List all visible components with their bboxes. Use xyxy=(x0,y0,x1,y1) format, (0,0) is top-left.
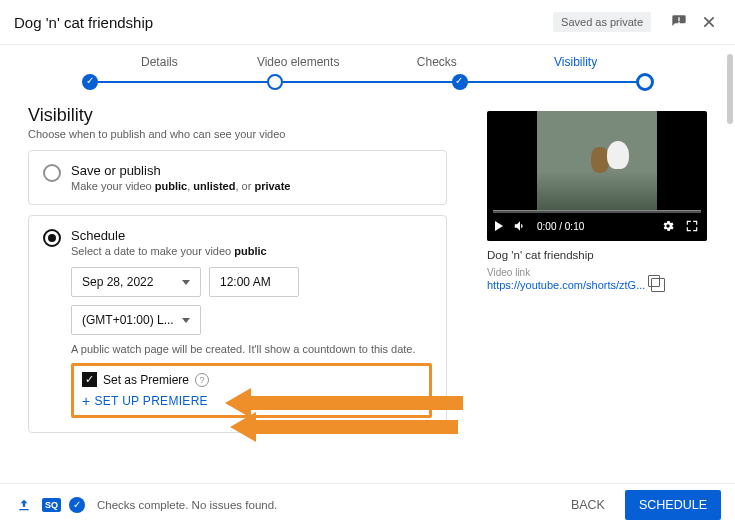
feedback-icon[interactable] xyxy=(667,10,691,34)
dialog-footer: SQ ✓ Checks complete. No issues found. B… xyxy=(0,483,735,525)
footer-status: Checks complete. No issues found. xyxy=(97,499,551,511)
close-icon[interactable] xyxy=(697,10,721,34)
premiere-highlight-box: Set as Premiere ? + SET UP PREMIERE xyxy=(71,363,432,418)
schedule-note: A public watch page will be created. It'… xyxy=(71,343,432,355)
section-sub: Choose when to publish and who can see y… xyxy=(28,128,447,140)
plus-icon: + xyxy=(82,393,90,409)
stepper-labels: Details Video elements Checks Visibility xyxy=(0,45,735,69)
copy-icon[interactable] xyxy=(651,278,665,292)
step-visibility[interactable]: Visibility xyxy=(506,55,645,69)
save-status-chip: Saved as private xyxy=(553,12,651,32)
dialog-title: Dog 'n' cat friendship xyxy=(14,14,553,31)
scrollbar[interactable] xyxy=(727,54,733,124)
step-checks[interactable]: Checks xyxy=(368,55,507,69)
play-icon[interactable] xyxy=(495,221,503,231)
video-link-label: Video link xyxy=(487,267,707,278)
schedule-time-field[interactable]: 12:00 AM xyxy=(209,267,299,297)
radio-schedule[interactable] xyxy=(43,229,61,247)
quality-badge: SQ xyxy=(42,498,61,512)
stepper-track xyxy=(90,71,645,99)
upload-icon[interactable] xyxy=(14,495,34,515)
save-or-publish-card[interactable]: Save or publish Make your video public, … xyxy=(28,150,447,205)
schedule-timezone-field[interactable]: (GMT+01:00) L... xyxy=(71,305,201,335)
step-dot-visibility xyxy=(636,73,654,91)
step-dot-details xyxy=(82,74,98,90)
step-dot-video-elements xyxy=(267,74,283,90)
help-icon[interactable]: ? xyxy=(195,373,209,387)
premiere-label: Set as Premiere xyxy=(103,373,189,387)
back-button[interactable]: BACK xyxy=(559,490,617,520)
fullscreen-icon[interactable] xyxy=(685,219,699,233)
dialog-header: Dog 'n' cat friendship Saved as private xyxy=(0,0,735,45)
video-time: 0:00 / 0:10 xyxy=(537,221,584,232)
save-publish-title: Save or publish xyxy=(71,163,290,178)
setup-premiere-button[interactable]: + SET UP PREMIERE xyxy=(82,393,421,409)
step-video-elements[interactable]: Video elements xyxy=(229,55,368,69)
schedule-sub: Select a date to make your video public xyxy=(71,245,267,257)
chevron-down-icon xyxy=(182,280,190,285)
schedule-date-field[interactable]: Sep 28, 2022 xyxy=(71,267,201,297)
settings-icon[interactable] xyxy=(661,219,675,233)
video-link[interactable]: https://youtube.com/shorts/ztG... xyxy=(487,279,645,291)
step-details[interactable]: Details xyxy=(90,55,229,69)
schedule-card: Schedule Select a date to make your vide… xyxy=(28,215,447,433)
radio-save-publish[interactable] xyxy=(43,164,61,182)
save-publish-sub: Make your video public, unlisted, or pri… xyxy=(71,180,290,192)
step-dot-checks xyxy=(452,74,468,90)
schedule-button[interactable]: SCHEDULE xyxy=(625,490,721,520)
video-preview[interactable]: 0:00 / 0:10 xyxy=(487,111,707,241)
premiere-checkbox[interactable] xyxy=(82,372,97,387)
checks-complete-icon: ✓ xyxy=(69,497,85,513)
chevron-down-icon xyxy=(182,318,190,323)
schedule-title: Schedule xyxy=(71,228,267,243)
preview-title: Dog 'n' cat friendship xyxy=(487,249,707,261)
section-heading: Visibility xyxy=(28,105,447,126)
volume-icon[interactable] xyxy=(513,219,527,233)
